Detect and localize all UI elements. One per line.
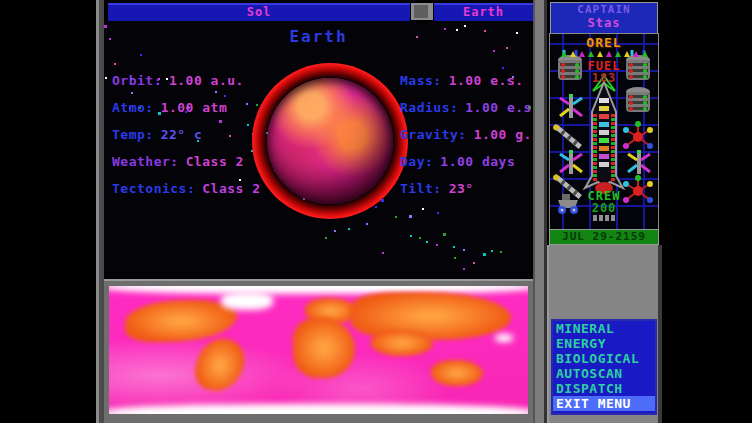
stat-mass: Mass:1.00 e.s. xyxy=(400,73,533,100)
crew-tick-marks xyxy=(550,215,658,221)
continent-africa xyxy=(293,318,355,378)
captain-title: CAPTAIN xyxy=(551,3,657,17)
scan-menu: MINERAL ENERGY BIOLOGICAL AUTOSCAN DISPA… xyxy=(551,319,657,415)
system-name-bar: Sol xyxy=(108,3,410,22)
pod-icon xyxy=(633,51,639,57)
planet-stats-right: Mass:1.00 e.s. Radius:1.00 e.s. Gravity:… xyxy=(400,73,533,208)
game-screen: Sol Earth Earth Orbit:1.00 a.u. Atmo:1.0… xyxy=(96,0,662,423)
ship-name-label: OREL xyxy=(550,35,658,50)
surface-map xyxy=(109,286,528,414)
menu-item-biological[interactable]: BIOLOGICAL xyxy=(553,351,655,366)
ship-rocket-icon xyxy=(582,74,626,196)
pod-icon xyxy=(624,51,630,57)
continent-north-america xyxy=(125,300,237,342)
planet-atmosphere-ring xyxy=(252,63,408,219)
left-frame-rail xyxy=(96,0,104,423)
engine-icon xyxy=(622,86,654,120)
control-panel: MINERAL ENERGY BIOLOGICAL AUTOSCAN DISPA… xyxy=(547,245,662,423)
continent-australia xyxy=(431,360,483,386)
captain-box: CAPTAIN Stas xyxy=(550,2,658,34)
pod-icon xyxy=(606,51,612,57)
arctic-ice xyxy=(109,286,528,294)
menu-item-dispatch[interactable]: DISPATCH xyxy=(553,381,655,396)
continent-south-america xyxy=(190,332,250,398)
pod-icon xyxy=(561,51,567,57)
planet-stats-left: Orbit:1.00 a.u. Atmo:1.00 atm Temp:22° c… xyxy=(112,73,261,208)
continent-asia xyxy=(351,292,511,340)
pod-icon xyxy=(597,51,603,57)
menu-item-mineral[interactable]: MINERAL xyxy=(553,321,655,336)
captain-name: Stas xyxy=(551,17,657,30)
stat-temp: Temp:22° c xyxy=(112,127,261,154)
pod-icon xyxy=(642,51,648,57)
top-bar-notch xyxy=(411,3,433,20)
surface-map-frame xyxy=(104,279,533,423)
menu-item-autoscan[interactable]: AUTOSCAN xyxy=(553,366,655,381)
system-name-label: Sol xyxy=(247,5,272,19)
pod-icon xyxy=(588,51,594,57)
planet-globe xyxy=(267,78,393,204)
menu-item-energy[interactable]: ENERGY xyxy=(553,336,655,351)
antarctic-ice xyxy=(109,404,528,414)
continent-india-sea xyxy=(371,330,433,356)
stat-orbit: Orbit:1.00 a.u. xyxy=(112,73,261,100)
tick xyxy=(599,215,603,221)
selected-planet-bar: Earth xyxy=(434,3,533,22)
pod-icon xyxy=(615,51,621,57)
stat-tectonics: Tectonics:Class 2 xyxy=(112,181,261,208)
stat-day: Day:1.00 days xyxy=(400,154,533,181)
selected-planet-label: Earth xyxy=(463,5,504,19)
pod-icon xyxy=(579,51,585,57)
tick xyxy=(605,215,609,221)
menu-item-exit-menu[interactable]: EXIT MENU xyxy=(553,396,655,411)
right-letterbox xyxy=(662,0,752,423)
stat-radius: Radius:1.00 e.s. xyxy=(400,100,533,127)
stat-weather: Weather:Class 2 xyxy=(112,154,261,181)
date-label: JUL 29-2159 xyxy=(562,230,646,243)
date-bar: JUL 29-2159 xyxy=(549,229,659,245)
sidebar: CAPTAIN Stas OREL FUEL 183 xyxy=(547,0,662,423)
fuel-value: 183 xyxy=(550,71,658,85)
stat-atmo: Atmo:1.00 atm xyxy=(112,100,261,127)
pod-icon xyxy=(570,51,576,57)
new-zealand-ice xyxy=(495,334,513,342)
tick xyxy=(593,215,597,221)
cargo-pod-icons xyxy=(550,51,658,57)
left-letterbox xyxy=(0,0,96,423)
stat-gravity: Gravity:1.00 g. xyxy=(400,127,533,154)
greenland-ice xyxy=(221,292,273,310)
tick xyxy=(611,215,615,221)
stat-tilt: Tilt:23° xyxy=(400,181,533,208)
middle-frame-rail xyxy=(533,0,547,423)
ship-status-panel: OREL FUEL 183 xyxy=(549,33,659,230)
planet-title: Earth xyxy=(104,27,533,46)
top-bar-notch-inner xyxy=(414,5,428,18)
starfield-viewport: Earth Orbit:1.00 a.u. Atmo:1.00 atm Temp… xyxy=(104,21,533,279)
crew-value: 200 xyxy=(550,201,658,215)
